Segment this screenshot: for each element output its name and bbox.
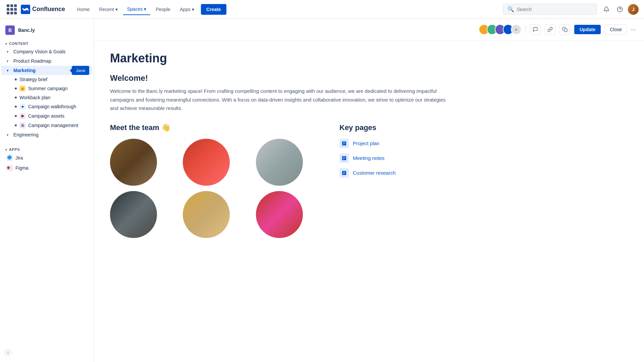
sidebar-item-label: Engineering	[13, 132, 39, 137]
content-header-bar: + Update Close ···	[94, 19, 644, 41]
sidebar-item-label: Figma	[15, 165, 29, 171]
team-member-6[interactable]	[256, 191, 303, 238]
team-member-2[interactable]	[183, 139, 230, 186]
search-bar[interactable]: 🔍	[503, 4, 597, 15]
chevron-icon: ▾	[7, 50, 11, 54]
sidebar-collapse-button[interactable]: ‹	[4, 349, 12, 357]
campaign-walkthrough-icon: ✦	[19, 104, 25, 110]
sidebar-item-figma[interactable]: ◈ Figma	[1, 163, 92, 173]
chevron-icon: ▾	[7, 133, 11, 137]
sidebar-item-jira[interactable]: 🔷 Jira	[1, 153, 92, 163]
sidebar-item-workback-plan[interactable]: Workback plan	[1, 93, 92, 102]
campaign-assets-icon: ❖	[19, 113, 25, 119]
svg-rect-2	[564, 29, 567, 32]
link-icon-btn[interactable]	[545, 24, 555, 35]
header-divider	[526, 25, 526, 34]
team-member-5[interactable]	[183, 191, 230, 238]
sidebar-item-product-roadmap[interactable]: ▾ Product Roadmap	[1, 56, 92, 66]
main-content: + Update Close ··· Marketing Welcome! We…	[94, 19, 644, 362]
key-page-customer-research[interactable]: Customer research	[339, 168, 447, 178]
collaborator-avatar-more[interactable]: +	[511, 24, 522, 35]
team-member-1[interactable]	[110, 139, 157, 186]
apps-section-label[interactable]: ▾ APPS	[0, 145, 94, 153]
sidebar-item-strategy-brief[interactable]: Strategy brief	[1, 75, 92, 84]
sidebar-item-summer-campaign[interactable]: 🌞 Summer campaign	[1, 84, 92, 93]
jira-icon: 🔷	[7, 155, 13, 161]
page-icon	[339, 154, 349, 163]
chevron-icon: ▾	[7, 59, 11, 63]
collaborators-avatar-group: +	[479, 24, 522, 35]
page-icon	[339, 168, 349, 178]
more-options-button[interactable]: ···	[631, 26, 636, 33]
chevron-icon: ▾	[7, 69, 11, 72]
sidebar-item-label: Product Roadmap	[13, 58, 51, 64]
key-page-link[interactable]: Meeting notes	[353, 155, 384, 161]
page-icon	[339, 139, 349, 148]
sidebar-item-campaign-management[interactable]: ⊞ Campaign management	[1, 121, 92, 130]
search-input[interactable]	[517, 7, 593, 12]
copy-link-icon-btn[interactable]	[559, 24, 570, 35]
sidebar-item-label: Summer campaign	[28, 86, 68, 91]
sidebar: B Banc.ly ▾ CONTENT ▾ Company Vision & G…	[0, 19, 94, 362]
summer-campaign-icon: 🌞	[19, 85, 25, 92]
page-title: Marketing	[110, 51, 447, 65]
topnav: Confluence Home Recent ▾ Spaces ▾ People…	[0, 0, 644, 19]
update-button[interactable]: Update	[574, 25, 601, 34]
key-pages-list: Project plan Meeting notes	[339, 139, 447, 178]
nav-links: Home Recent ▾ Spaces ▾ People Apps ▾ Cre…	[73, 4, 226, 15]
sidebar-item-label: Marketing	[13, 68, 36, 73]
nav-spaces[interactable]: Spaces ▾	[123, 4, 151, 15]
key-pages-section: Key pages Project plan Meeti	[339, 123, 447, 238]
confluence-logo-icon	[21, 5, 30, 14]
sidebar-item-label: Strategy brief	[19, 77, 47, 82]
comment-icon-btn[interactable]	[530, 24, 541, 35]
sidebar-item-label: Campaign assets	[28, 113, 64, 119]
key-page-meeting-notes[interactable]: Meeting notes	[339, 154, 447, 163]
sidebar-item-label: Campaign management	[28, 123, 78, 128]
sidebar-item-label: Workback plan	[19, 95, 50, 100]
close-button[interactable]: Close	[605, 24, 627, 35]
nav-recent[interactable]: Recent ▾	[95, 4, 121, 15]
nav-people[interactable]: People	[152, 4, 174, 15]
confluence-logo-text: Confluence	[32, 6, 65, 13]
main-layout: B Banc.ly ▾ CONTENT ▾ Company Vision & G…	[0, 19, 644, 362]
page-body: Marketing Welcome! Welcome to the Banc.l…	[94, 41, 463, 249]
content-label-text: CONTENT	[9, 42, 29, 46]
user-avatar[interactable]: J	[628, 4, 639, 15]
key-page-link[interactable]: Project plan	[353, 140, 379, 146]
sidebar-item-company-vision[interactable]: ▾ Company Vision & Goals	[1, 47, 92, 56]
content-chevron: ▾	[5, 42, 7, 46]
bullet-icon	[15, 87, 17, 89]
bullet-icon	[15, 78, 17, 80]
sidebar-item-engineering[interactable]: ▾ Engineering	[1, 130, 92, 139]
create-button[interactable]: Create	[201, 4, 226, 15]
search-icon: 🔍	[507, 6, 514, 12]
welcome-section: Welcome! Welcome to the Banc.ly marketin…	[110, 73, 447, 113]
confluence-logo[interactable]: Confluence	[21, 5, 65, 14]
bullet-icon	[15, 106, 17, 108]
apps-label-text: APPS	[9, 147, 20, 152]
apps-chevron: ▾	[5, 148, 7, 152]
team-member-4[interactable]	[110, 191, 157, 238]
sidebar-item-campaign-assets[interactable]: ❖ Campaign assets	[1, 111, 92, 121]
space-header[interactable]: B Banc.ly	[0, 23, 94, 39]
apps-grid-button[interactable]	[5, 3, 18, 16]
key-pages-title: Key pages	[339, 123, 447, 132]
nav-home[interactable]: Home	[73, 4, 94, 15]
campaign-management-icon: ⊞	[19, 122, 25, 128]
space-icon: B	[5, 25, 15, 35]
confluence-icon	[22, 6, 29, 12]
sidebar-item-campaign-walkthrough[interactable]: ✦ Campaign walkthrough	[1, 102, 92, 111]
team-member-3[interactable]	[256, 139, 303, 186]
welcome-text: Welcome to the Banc.ly marketing space! …	[110, 87, 447, 113]
content-section-label[interactable]: ▾ CONTENT	[0, 39, 94, 47]
space-name: Banc.ly	[18, 27, 35, 33]
bullet-icon	[15, 115, 17, 117]
notifications-icon[interactable]	[601, 4, 612, 15]
sidebar-item-label: Jira	[15, 155, 23, 161]
sidebar-item-marketing[interactable]: ▾ Marketing Jane	[1, 66, 92, 75]
key-page-project-plan[interactable]: Project plan	[339, 139, 447, 148]
key-page-link[interactable]: Customer research	[353, 170, 396, 176]
nav-apps[interactable]: Apps ▾	[176, 4, 198, 15]
help-icon[interactable]	[614, 4, 625, 15]
